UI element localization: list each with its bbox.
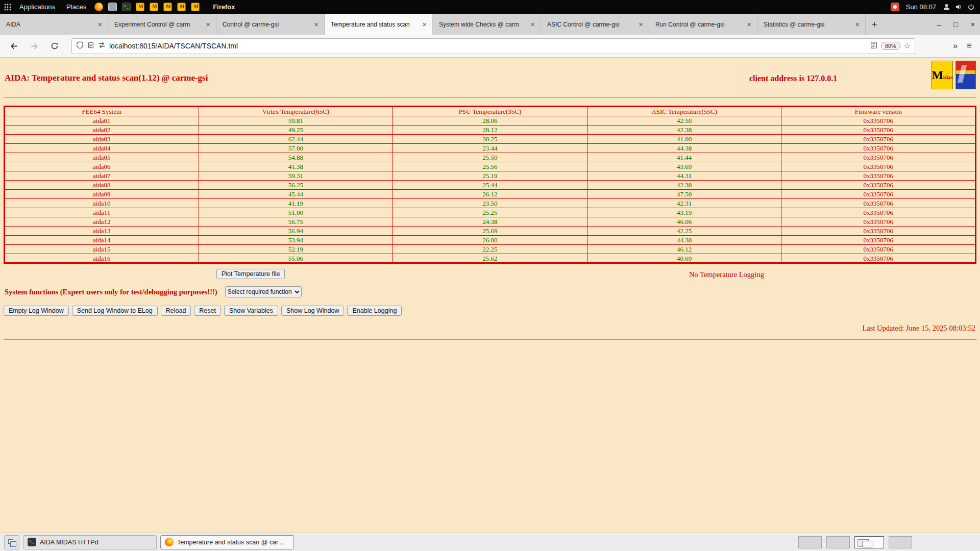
tab-close-icon[interactable]: × [96,20,104,28]
fee64-system-cell: aida02 [5,126,199,135]
browser-tab[interactable]: ASIC Control @ carme-gsi × [541,14,649,35]
virtex-temperature-cell: 49.25 [199,126,393,135]
asic-temperature-cell: 42.38 [587,126,781,135]
psu-temperature-cell: 26.12 [393,190,587,199]
midas-app-icon[interactable] [191,3,200,11]
tab-close-icon[interactable]: × [312,20,320,28]
files-app-icon[interactable] [108,3,117,11]
apps-grid-icon[interactable] [4,4,11,11]
address-bar[interactable]: localhost:8015/AIDA/TSCAN/TSCAN.tml 80% … [71,38,915,54]
tab-close-icon[interactable]: × [853,20,861,28]
fee64-system-cell: aida09 [5,190,199,199]
firmware-version-cell: 0x3350706 [781,171,976,181]
close-button[interactable]: × [971,20,975,29]
reader-mode-icon[interactable] [870,41,877,51]
taskbar-window-label: Temperature and status scan @ car... [177,539,283,546]
table-row: aida15 52.19 22.25 46.12 0x3350706 [5,245,976,254]
workspace-thumbnail[interactable] [854,536,884,548]
recording-indicator-icon[interactable] [891,3,899,11]
table-row: aida03 62.44 30.25 41.00 0x3350706 [5,135,976,144]
zoom-indicator[interactable]: 80% [881,42,900,50]
tab-label: Statistics @ carme-gsi [764,21,850,28]
action-button[interactable]: Send Log Window to ELog [72,306,158,316]
table-row: aida06 41.38 25.56 43.69 0x3350706 [5,162,976,171]
midas-app-icon[interactable] [177,3,186,11]
tab-close-icon[interactable]: × [421,20,428,28]
tracking-shield-icon[interactable] [76,41,84,51]
browser-tab[interactable]: Statistics @ carme-gsi × [757,14,866,35]
tab-strip: AIDA × Experiment Control @ carm × Contr… [0,14,866,35]
site-info-icon[interactable] [87,41,94,51]
overflow-icon[interactable]: » [951,41,960,51]
applications-menu[interactable]: Applications [16,3,58,11]
table-row: aida13 56.94 25.69 42.25 0x3350706 [5,227,976,236]
virtex-temperature-cell: 53.94 [199,236,393,245]
browser-tab[interactable]: Control @ carme-gsi × [216,14,325,35]
tab-close-icon[interactable]: × [637,20,645,28]
action-button[interactable]: Reload [161,306,191,316]
psu-temperature-cell: 26.00 [393,236,587,245]
tab-bar: AIDA × Experiment Control @ carm × Contr… [0,14,980,35]
firmware-version-cell: 0x3350706 [781,199,976,208]
psu-temperature-cell: 28.06 [393,116,587,126]
back-button[interactable] [6,38,21,54]
menu-icon[interactable]: ≡ [965,41,974,51]
action-button[interactable]: Show Variables [224,306,278,316]
tab-close-icon[interactable]: × [745,20,753,28]
places-menu[interactable]: Places [63,3,89,11]
midas-app-icon[interactable] [163,3,172,11]
virtex-temperature-cell: 56.75 [199,217,393,227]
taskbar-window-firefox[interactable]: Temperature and status scan @ car... [160,535,294,549]
workspace-thumbnail[interactable] [826,536,850,548]
user-icon[interactable] [943,3,950,11]
volume-icon[interactable] [955,3,963,11]
window-list-button[interactable] [4,535,19,549]
action-button[interactable]: Show Log Window [281,306,345,316]
permissions-icon[interactable] [98,41,106,51]
tab-close-icon[interactable]: × [529,20,536,28]
url-text[interactable]: localhost:8015/AIDA/TSCAN/TSCAN.tml [109,42,867,50]
system-functions-row: System functions (Expert users only for … [5,286,980,297]
tab-close-icon[interactable]: × [204,20,212,28]
browser-tab[interactable]: Experiment Control @ carm × [108,14,216,35]
plot-temperature-button[interactable]: Plot Temperature file [216,269,285,279]
asic-temperature-cell: 40.69 [587,254,781,263]
firmware-version-cell: 0x3350706 [781,116,976,126]
page-title: AIDA: Temperature and status scan(1.12) … [5,73,208,83]
action-button[interactable]: Enable Logging [347,306,402,316]
terminal-app-icon[interactable] [122,3,131,11]
forward-button[interactable] [27,38,42,54]
fee64-system-cell: aida11 [5,208,199,217]
taskbar-window-label: AIDA MIDAS HTTPd [40,539,99,546]
psu-temperature-cell: 25.50 [393,153,587,162]
midas-app-icon[interactable] [136,3,144,11]
minimize-button[interactable]: – [937,20,941,29]
action-button[interactable]: Empty Log Window [4,306,69,316]
system-function-select[interactable]: Select required function [225,286,302,297]
maximize-button[interactable]: □ [953,20,958,29]
power-icon[interactable] [967,3,975,11]
taskbar-window-httpd[interactable]: AIDA MIDAS HTTPd [23,535,157,549]
firmware-version-cell: 0x3350706 [781,181,976,190]
workspace-thumbnail[interactable] [798,536,822,548]
psu-temperature-cell: 25.19 [393,171,587,181]
column-header: FEE64 System [5,107,199,116]
fee64-system-cell: aida05 [5,153,199,162]
browser-tab[interactable]: AIDA × [0,14,108,35]
new-tab-button[interactable]: + [866,14,883,35]
table-row: aida05 54.88 25.50 41.44 0x3350706 [5,153,976,162]
bookmark-star-icon[interactable]: ☆ [904,41,911,51]
browser-tab[interactable]: Temperature and status scan × [325,14,433,35]
action-button[interactable]: Reset [194,306,221,316]
column-header: PSU Temperature(35C) [393,107,587,116]
firefox-launcher-icon[interactable] [94,3,103,11]
browser-tab[interactable]: Run Control @ carme-gsi × [649,14,757,35]
browser-tab[interactable]: System wide Checks @ carm × [433,14,541,35]
focused-app-name[interactable]: Firefox [213,3,235,11]
tab-label: System wide Checks @ carm [439,21,526,28]
workspace-thumbnail[interactable] [889,536,912,548]
midas-app-icon[interactable] [150,3,158,11]
clock[interactable]: Sun 08:07 [904,3,938,11]
logos: Midas [932,61,976,89]
reload-button[interactable] [47,38,62,54]
